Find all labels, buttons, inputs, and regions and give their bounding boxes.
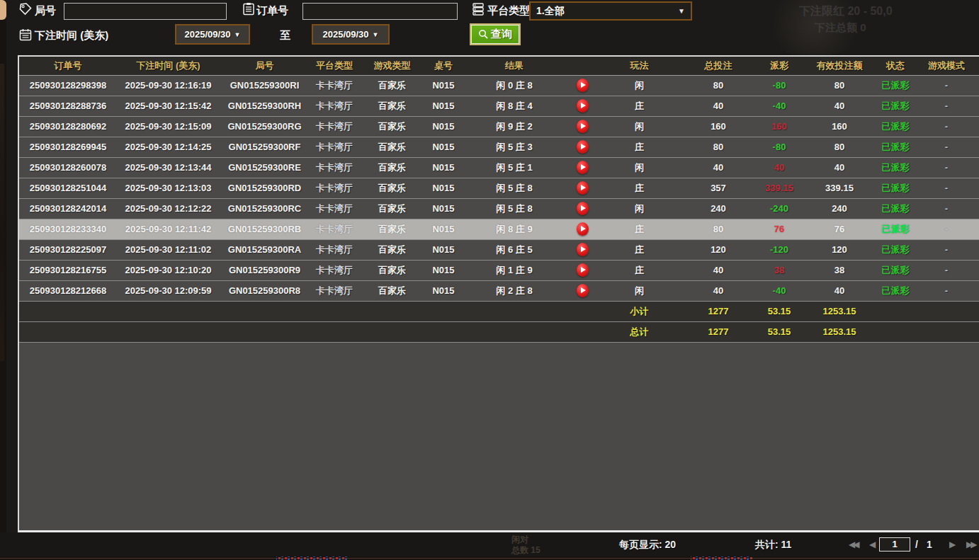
replay-cell — [567, 178, 599, 198]
cell-game-type: 百家乐 — [359, 96, 425, 116]
replay-play-icon[interactable] — [577, 161, 589, 174]
replay-play-icon[interactable] — [577, 120, 589, 133]
table-header-row: 订单号下注时间 (美东)局号平台类型游戏类型桌号结果玩法总投注派彩有效投注额状态… — [19, 57, 979, 76]
cell-table-no: N015 — [425, 178, 462, 198]
cell-game-mode: - — [914, 178, 979, 198]
cell-play-type: 庄 — [599, 240, 680, 260]
search-button[interactable]: 查询 — [470, 23, 521, 45]
subtotal-row-cell-13 — [914, 302, 979, 321]
cell-game-mode: - — [914, 137, 979, 157]
cell-order-id: 250930128242014 — [19, 199, 117, 219]
column-header-3: 平台类型 — [310, 57, 359, 75]
background-blob — [0, 0, 6, 20]
cell-round-id: GN015259300RE — [220, 158, 310, 178]
cell-round-id: GN015259300RA — [220, 240, 310, 260]
cell-valid-bet: 38 — [802, 261, 877, 280]
replay-cell — [567, 281, 599, 301]
cell-result: 闲 5 庄 3 — [462, 137, 567, 157]
page-number-input[interactable]: 1 — [879, 537, 910, 552]
cell-payout: 76 — [757, 219, 802, 239]
cell-valid-bet: 76 — [802, 219, 877, 239]
date-to-picker[interactable]: 2025/09/30 ▼ — [312, 24, 390, 45]
cell-valid-bet: 40 — [802, 96, 877, 116]
cell-game-type: 百家乐 — [359, 117, 425, 137]
column-header-4: 游戏类型 — [359, 57, 425, 75]
grand-total-row: 总计127753.151253.15 — [19, 322, 979, 343]
replay-play-icon[interactable] — [577, 140, 589, 154]
bet-history-window: 下注限红 20 - 50,0 下注总额 0 局号 订单号 平台类型 1.全部 ▼… — [0, 0, 979, 560]
cell-bet-time: 2025-09-30 12:15:09 — [117, 117, 220, 137]
replay-cell — [567, 261, 599, 280]
cell-total-bet: 160 — [680, 117, 757, 137]
order-number-input[interactable] — [302, 3, 458, 20]
first-page-button[interactable]: ◀◀ — [849, 532, 857, 556]
replay-play-icon[interactable] — [577, 181, 589, 195]
cell-payout: 40 — [757, 158, 802, 178]
table-row[interactable]: 2509301282250972025-09-30 12:11:02GN0152… — [19, 240, 979, 261]
grand-total-row-cell-4 — [359, 322, 425, 342]
cell-table-no: N015 — [425, 261, 462, 280]
cell-platform: 卡卡湾厅 — [310, 96, 359, 116]
subtotal-row-cell-10: 53.15 — [757, 302, 802, 321]
cell-status: 已派彩 — [877, 158, 914, 178]
cell-result: 闲 8 庄 4 — [462, 96, 567, 116]
replay-play-icon[interactable] — [577, 263, 589, 277]
cell-order-id: 250930128298398 — [19, 76, 117, 96]
cell-valid-bet: 160 — [802, 117, 877, 137]
replay-play-icon[interactable] — [577, 243, 589, 256]
platform-type-select[interactable]: 1.全部 ▼ — [529, 1, 692, 21]
cell-table-no: N015 — [425, 158, 462, 178]
cell-valid-bet: 80 — [802, 137, 877, 157]
cell-total-bet: 40 — [680, 158, 757, 178]
round-number-input[interactable] — [64, 3, 227, 20]
table-row[interactable]: 2509301282333402025-09-30 12:11:42GN0152… — [19, 219, 979, 240]
table-row[interactable]: 2509301282420142025-09-30 12:12:22GN0152… — [19, 199, 979, 219]
pagination-bar: 闲对 总数 15 每页显示: 20 共计: 11 ◀◀ ◀ 1 / 1 ▶ ▶▶ — [0, 532, 979, 556]
replay-play-icon[interactable] — [577, 202, 589, 215]
replay-play-icon[interactable] — [577, 284, 589, 297]
replay-play-icon[interactable] — [577, 79, 589, 92]
table-row[interactable]: 2509301282600782025-09-30 12:13:44GN0152… — [19, 158, 979, 178]
table-row[interactable]: 2509301282983982025-09-30 12:16:19GN0152… — [19, 76, 979, 96]
cell-result: 闲 8 庄 9 — [462, 219, 567, 239]
replay-play-icon[interactable] — [577, 99, 589, 113]
subtotal-row-cell-2 — [220, 302, 310, 321]
cell-play-type: 闲 — [599, 76, 680, 96]
cell-payout: 160 — [757, 117, 802, 137]
date-from-picker[interactable]: 2025/09/30 ▼ — [175, 24, 250, 45]
table-row[interactable]: 2509301282699452025-09-30 12:14:25GN0152… — [19, 137, 979, 158]
replay-cell — [567, 158, 599, 178]
subtotal-row-cell-1 — [117, 302, 220, 321]
next-page-button[interactable]: ▶ — [949, 532, 956, 556]
cell-play-type: 庄 — [599, 178, 680, 198]
grand-total-row-cell-6 — [462, 322, 567, 342]
cell-round-id: GN015259300RC — [220, 199, 310, 219]
last-page-button[interactable]: ▶▶ — [966, 532, 975, 556]
table-row[interactable]: 2509301282510442025-09-30 12:13:03GN0152… — [19, 178, 979, 199]
cell-bet-time: 2025-09-30 12:10:20 — [117, 261, 220, 280]
cell-valid-bet: 80 — [802, 76, 877, 96]
table-row[interactable]: 2509301282126682025-09-30 12:09:59GN0152… — [19, 281, 979, 302]
total-count-label: 共计: 11 — [755, 532, 791, 556]
table-empty-area — [19, 343, 979, 530]
cell-game-mode: - — [914, 76, 979, 96]
table-row[interactable]: 2509301282167552025-09-30 12:10:20GN0152… — [19, 261, 979, 281]
grand-total-row-cell-9: 1277 — [680, 322, 757, 342]
table-row[interactable]: 2509301282806922025-09-30 12:15:09GN0152… — [19, 117, 979, 137]
cell-payout: -80 — [757, 76, 802, 96]
replay-play-icon[interactable] — [577, 222, 589, 236]
cell-payout: -40 — [757, 96, 802, 116]
cell-status: 已派彩 — [877, 281, 914, 301]
cell-bet-time: 2025-09-30 12:13:44 — [117, 158, 220, 178]
table-row[interactable]: 2509301282887362025-09-30 12:15:42GN0152… — [19, 96, 979, 117]
clipboard-icon — [242, 2, 256, 16]
cell-status: 已派彩 — [877, 178, 914, 198]
cell-result: 闲 9 庄 2 — [462, 117, 567, 137]
previous-page-button[interactable]: ◀ — [869, 532, 876, 556]
column-header-7 — [567, 57, 599, 75]
cell-table-no: N015 — [425, 76, 462, 96]
grand-total-row-cell-8: 总计 — [599, 322, 680, 342]
replay-cell — [567, 199, 599, 219]
cell-payout: 38 — [757, 261, 802, 280]
cell-total-bet: 120 — [680, 240, 757, 260]
